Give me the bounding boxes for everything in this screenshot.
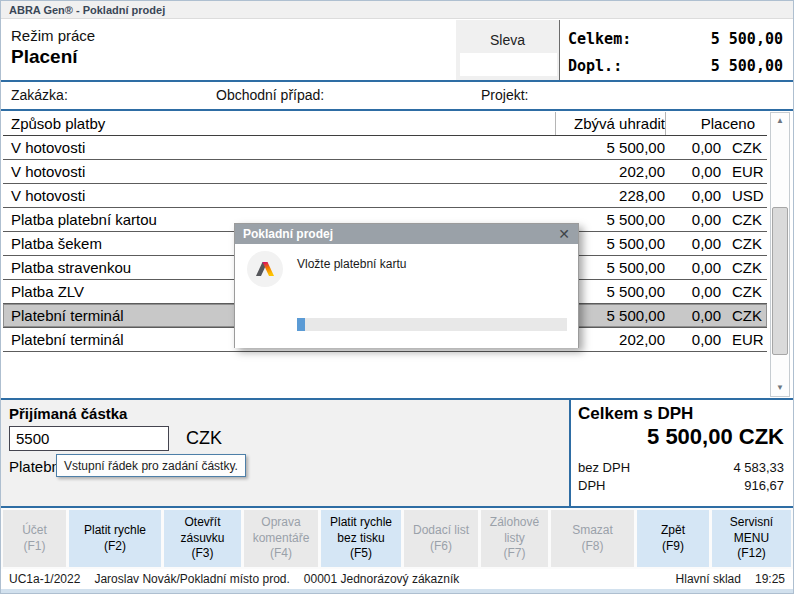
dialog-body: Vložte platební kartu xyxy=(235,244,578,348)
remainder-label: Dopl.: xyxy=(568,57,622,75)
table-scrollbar[interactable]: ▲ ▼ xyxy=(770,112,790,397)
status-bar: UC1a-1/2022 Jaroslav Novák/Pokladní míst… xyxy=(1,569,793,589)
received-amount-panel: Přijímaná částka CZK Platebn Vstupní řád… xyxy=(1,400,569,506)
paid-cell: 0,00 xyxy=(665,139,721,156)
function-button-f3[interactable]: Otevřít zásuvku (F3) xyxy=(164,510,241,567)
button-label: Oprava komentáře xyxy=(246,515,316,546)
button-fkey: (F6) xyxy=(430,539,452,555)
button-fkey: (F9) xyxy=(662,539,684,555)
column-header-remaining[interactable]: Zbývá uhradit xyxy=(555,112,665,135)
bottom-panel: Přijímaná částka CZK Platebn Vstupní řád… xyxy=(1,400,793,506)
button-label: Platit rychle xyxy=(84,523,146,539)
totals-summary: Celkem: 5 500,00 Dopl.: 5 500,00 xyxy=(559,20,793,80)
currency-cell: CZK xyxy=(721,235,767,252)
button-label: Otevřít zásuvku xyxy=(166,515,239,546)
amount-input[interactable] xyxy=(9,426,169,451)
button-label: Platit rychle bez tisku xyxy=(323,515,399,546)
currency-cell: CZK xyxy=(721,259,767,276)
function-button-f2[interactable]: Platit rychle (F2) xyxy=(69,510,161,567)
clock: 19:25 xyxy=(755,572,785,586)
remaining-cell: 202,00 xyxy=(555,163,665,180)
total-label: Celkem: xyxy=(568,30,631,48)
paid-cell: 0,00 xyxy=(665,211,721,228)
currency-cell: EUR xyxy=(721,163,767,180)
currency-cell: CZK xyxy=(721,283,767,300)
function-button-f8: Smazat (F8) xyxy=(551,510,634,567)
app-window: ABRA Gen® - Pokladní prodej Režim práce … xyxy=(0,0,794,594)
without-vat-value: 4 583,33 xyxy=(733,460,784,475)
function-button-f1: Účet (F1) xyxy=(3,510,66,567)
total-row: Celkem: 5 500,00 xyxy=(568,25,783,52)
column-header-paid[interactable]: Placeno xyxy=(665,112,767,135)
discount-field[interactable] xyxy=(460,53,557,76)
progress-bar xyxy=(297,318,567,331)
paid-cell: 0,00 xyxy=(665,163,721,180)
warehouse-name: Hlavní sklad xyxy=(676,572,741,586)
table-header-row: Způsob platby Zbývá uhradit Placeno xyxy=(3,112,767,136)
vat-row: DPH 916,67 xyxy=(578,478,784,493)
currency-cell: USD xyxy=(721,187,767,204)
remainder-value: 5 500,00 xyxy=(711,57,783,75)
paid-cell: 0,00 xyxy=(665,331,721,348)
total-with-vat-label: Celkem s DPH xyxy=(578,404,693,424)
close-icon[interactable]: ✕ xyxy=(558,227,570,241)
dialog-titlebar[interactable]: Pokladní prodej ✕ xyxy=(235,224,578,244)
table-row[interactable]: V hotovosti 202,00 0,00 EUR xyxy=(3,160,767,184)
currency-label: CZK xyxy=(186,428,222,449)
vat-label: DPH xyxy=(578,478,605,493)
button-label: Servisní MENU xyxy=(714,515,789,546)
button-label: Zpět xyxy=(661,523,685,539)
paid-cell: 0,00 xyxy=(665,235,721,252)
remaining-cell: 228,00 xyxy=(555,187,665,204)
abra-logo-icon xyxy=(247,251,283,287)
window-titlebar[interactable]: ABRA Gen® - Pokladní prodej xyxy=(1,1,793,19)
currency-cell: EUR xyxy=(721,331,767,348)
function-button-f5[interactable]: Platit rychle bez tisku (F5) xyxy=(321,510,401,567)
table-row[interactable]: V hotovosti 228,00 0,00 USD xyxy=(3,184,767,208)
window-bottom-edge xyxy=(1,589,793,594)
function-button-f6: Dodací list (F6) xyxy=(404,510,478,567)
total-value: 5 500,00 xyxy=(711,30,783,48)
paid-cell: 0,00 xyxy=(665,187,721,204)
selected-method-text: Platebn xyxy=(9,458,60,475)
button-fkey: (F8) xyxy=(582,539,604,555)
function-button-f4: Oprava komentáře (F4) xyxy=(244,510,318,567)
business-case-label: Obchodní případ: xyxy=(216,87,324,103)
column-header-method[interactable]: Způsob platby xyxy=(3,115,555,132)
button-fkey: (F5) xyxy=(350,546,372,562)
function-button-f7: Zálohové listy (F7) xyxy=(481,510,548,567)
document-number: UC1a-1/2022 xyxy=(9,572,80,586)
function-button-f9[interactable]: Zpět (F9) xyxy=(637,510,709,567)
context-row: Zakázka: Obchodní případ: Projekt: xyxy=(1,82,793,109)
button-fkey: (F1) xyxy=(24,539,46,555)
total-with-vat-panel: Celkem s DPH 5 500,00 CZK bez DPH 4 583,… xyxy=(569,400,793,506)
function-button-f12[interactable]: Servisní MENU (F12) xyxy=(712,510,791,567)
scroll-up-icon[interactable]: ▲ xyxy=(771,113,789,129)
table-row[interactable]: V hotovosti 5 500,00 0,00 CZK xyxy=(3,136,767,160)
work-mode-label: Režim práce xyxy=(11,27,95,44)
scrollbar-thumb[interactable] xyxy=(772,207,788,355)
currency-cell: CZK xyxy=(721,139,767,156)
button-fkey: (F12) xyxy=(737,546,766,562)
remainder-row: Dopl.: 5 500,00 xyxy=(568,52,783,79)
without-vat-label: bez DPH xyxy=(578,460,630,475)
paid-cell: 0,00 xyxy=(665,307,721,324)
button-fkey: (F2) xyxy=(104,539,126,555)
button-fkey: (F7) xyxy=(504,546,526,562)
input-tooltip: Vstupní řádek pro zadání částky. xyxy=(56,454,246,477)
function-button-bar: Účet (F1) Platit rychle (F2) Otevřít zás… xyxy=(1,508,793,569)
button-label: Zálohové listy xyxy=(483,515,546,546)
scroll-down-icon[interactable]: ▼ xyxy=(771,380,789,396)
button-label: Účet xyxy=(22,523,47,539)
payment-method-cell: V hotovosti xyxy=(3,139,555,156)
project-label: Projekt: xyxy=(481,87,528,103)
total-with-vat-value: 5 500,00 CZK xyxy=(647,424,784,450)
paid-cell: 0,00 xyxy=(665,283,721,300)
window-title: ABRA Gen® - Pokladní prodej xyxy=(9,4,165,16)
dialog-title: Pokladní prodej xyxy=(243,227,333,241)
progress-fill xyxy=(297,318,305,331)
paid-cell: 0,00 xyxy=(665,259,721,276)
discount-label: Sleva xyxy=(456,32,559,48)
button-fkey: (F3) xyxy=(192,546,214,562)
order-label: Zakázka: xyxy=(11,87,68,103)
